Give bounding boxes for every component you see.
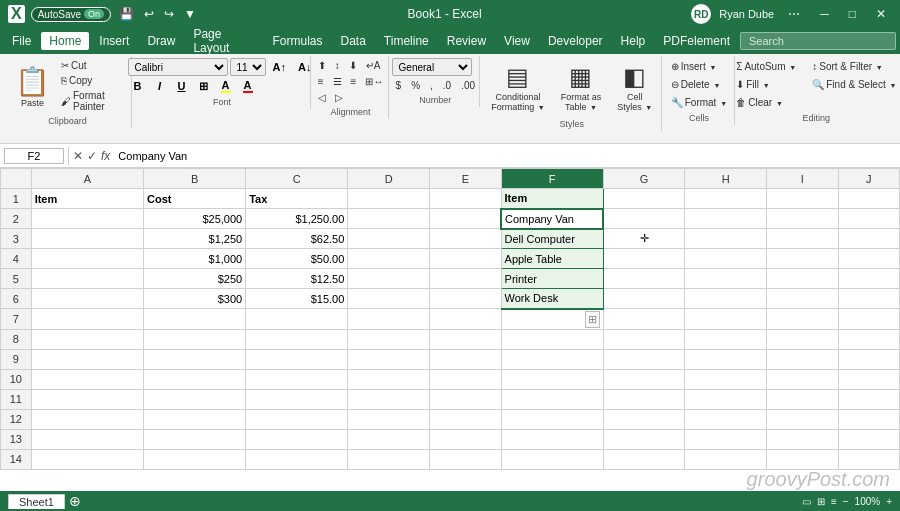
cell-b13[interactable] bbox=[144, 429, 246, 449]
autosave-toggle[interactable]: AutoSave On bbox=[31, 7, 111, 22]
cell-i10[interactable] bbox=[767, 369, 839, 389]
cell-h2[interactable] bbox=[685, 209, 767, 229]
cell-d7[interactable] bbox=[348, 309, 430, 330]
col-header-e[interactable]: E bbox=[430, 169, 502, 189]
cell-i12[interactable] bbox=[767, 409, 839, 429]
cell-h3[interactable] bbox=[685, 229, 767, 249]
cell-f8[interactable] bbox=[501, 329, 603, 349]
cell-h14[interactable] bbox=[685, 449, 767, 469]
cell-b12[interactable] bbox=[144, 409, 246, 429]
cell-g11[interactable] bbox=[603, 389, 685, 409]
cell-h5[interactable] bbox=[685, 269, 767, 289]
normal-view-button[interactable]: ▭ bbox=[802, 496, 811, 507]
cell-j2[interactable] bbox=[838, 209, 899, 229]
cell-c6[interactable]: $15.00 bbox=[246, 289, 348, 309]
cell-c1[interactable]: Tax bbox=[246, 189, 348, 209]
cell-i2[interactable] bbox=[767, 209, 839, 229]
cell-g6[interactable] bbox=[603, 289, 685, 309]
cell-b11[interactable] bbox=[144, 389, 246, 409]
conditional-formatting-button[interactable]: ▤ ConditionalFormatting ▼ bbox=[484, 58, 551, 117]
cell-c8[interactable] bbox=[246, 329, 348, 349]
align-middle-button[interactable]: ↕ bbox=[331, 58, 344, 73]
cell-j6[interactable] bbox=[838, 289, 899, 309]
cell-a13[interactable] bbox=[31, 429, 143, 449]
align-left-button[interactable]: ≡ bbox=[314, 74, 328, 89]
cell-f9[interactable] bbox=[501, 349, 603, 369]
cell-h8[interactable] bbox=[685, 329, 767, 349]
wrap-text-button[interactable]: ↵A bbox=[362, 58, 385, 73]
align-top-button[interactable]: ⬆ bbox=[314, 58, 330, 73]
cell-g7[interactable] bbox=[603, 309, 685, 330]
font-size-select[interactable]: 11 bbox=[230, 58, 266, 76]
cancel-formula-icon[interactable]: ✕ bbox=[73, 149, 83, 163]
merge-center-button[interactable]: ⊞↔ bbox=[361, 74, 387, 89]
comma-button[interactable]: , bbox=[426, 78, 437, 93]
cell-e4[interactable] bbox=[430, 249, 502, 269]
cell-c3[interactable]: $62.50 bbox=[246, 229, 348, 249]
cell-b3[interactable]: $1,250 bbox=[144, 229, 246, 249]
cell-a10[interactable] bbox=[31, 369, 143, 389]
cell-d11[interactable] bbox=[348, 389, 430, 409]
add-sheet-button[interactable]: ⊕ bbox=[69, 493, 81, 509]
cell-f6[interactable]: Work Desk bbox=[501, 289, 603, 309]
cell-f3[interactable]: Dell Computer bbox=[501, 229, 603, 249]
cell-g14[interactable] bbox=[603, 449, 685, 469]
cell-e3[interactable] bbox=[430, 229, 502, 249]
enter-formula-icon[interactable]: ✓ bbox=[87, 149, 97, 163]
col-header-a[interactable]: A bbox=[31, 169, 143, 189]
cell-h4[interactable] bbox=[685, 249, 767, 269]
increase-decimal-button[interactable]: .0 bbox=[439, 78, 455, 93]
cell-f1[interactable]: Item bbox=[501, 189, 603, 209]
copy-button[interactable]: ⎘Copy bbox=[57, 73, 125, 88]
font-color-button[interactable]: A bbox=[238, 77, 258, 95]
cell-b5[interactable]: $250 bbox=[144, 269, 246, 289]
cell-a8[interactable] bbox=[31, 329, 143, 349]
cell-c2[interactable]: $1,250.00 bbox=[246, 209, 348, 229]
redo-icon[interactable]: ↪ bbox=[162, 6, 176, 22]
formula-input[interactable] bbox=[114, 150, 896, 162]
minimize-button[interactable]: ─ bbox=[814, 5, 835, 23]
menu-timeline[interactable]: Timeline bbox=[376, 32, 437, 50]
cell-h11[interactable] bbox=[685, 389, 767, 409]
cell-e7[interactable] bbox=[430, 309, 502, 330]
cell-a3[interactable] bbox=[31, 229, 143, 249]
number-format-select[interactable]: General bbox=[392, 58, 472, 76]
cell-b9[interactable] bbox=[144, 349, 246, 369]
cell-e14[interactable] bbox=[430, 449, 502, 469]
cell-d5[interactable] bbox=[348, 269, 430, 289]
cell-e8[interactable] bbox=[430, 329, 502, 349]
cell-i13[interactable] bbox=[767, 429, 839, 449]
search-input[interactable] bbox=[740, 32, 896, 50]
cell-g9[interactable] bbox=[603, 349, 685, 369]
percent-button[interactable]: % bbox=[407, 78, 424, 93]
cell-i14[interactable] bbox=[767, 449, 839, 469]
font-name-select[interactable]: Calibri bbox=[128, 58, 228, 76]
cell-g10[interactable] bbox=[603, 369, 685, 389]
cell-c10[interactable] bbox=[246, 369, 348, 389]
col-header-c[interactable]: C bbox=[246, 169, 348, 189]
col-header-g[interactable]: G bbox=[603, 169, 685, 189]
cell-b8[interactable] bbox=[144, 329, 246, 349]
currency-button[interactable]: $ bbox=[392, 78, 406, 93]
cell-e12[interactable] bbox=[430, 409, 502, 429]
cell-d4[interactable] bbox=[348, 249, 430, 269]
zoom-in-button[interactable]: + bbox=[886, 496, 892, 507]
cell-d14[interactable] bbox=[348, 449, 430, 469]
cell-i11[interactable] bbox=[767, 389, 839, 409]
cell-j8[interactable] bbox=[838, 329, 899, 349]
cell-a14[interactable] bbox=[31, 449, 143, 469]
cell-g1[interactable] bbox=[603, 189, 685, 209]
cell-e11[interactable] bbox=[430, 389, 502, 409]
cell-a12[interactable] bbox=[31, 409, 143, 429]
col-header-b[interactable]: B bbox=[144, 169, 246, 189]
cell-a7[interactable] bbox=[31, 309, 143, 330]
zoom-out-button[interactable]: − bbox=[843, 496, 849, 507]
delete-button[interactable]: ⊖ Delete ▼ bbox=[666, 76, 732, 93]
menu-developer[interactable]: Developer bbox=[540, 32, 611, 50]
increase-indent-button[interactable]: ▷ bbox=[331, 90, 347, 105]
cell-h7[interactable] bbox=[685, 309, 767, 330]
cell-h10[interactable] bbox=[685, 369, 767, 389]
menu-view[interactable]: View bbox=[496, 32, 538, 50]
cell-a4[interactable] bbox=[31, 249, 143, 269]
cell-i9[interactable] bbox=[767, 349, 839, 369]
